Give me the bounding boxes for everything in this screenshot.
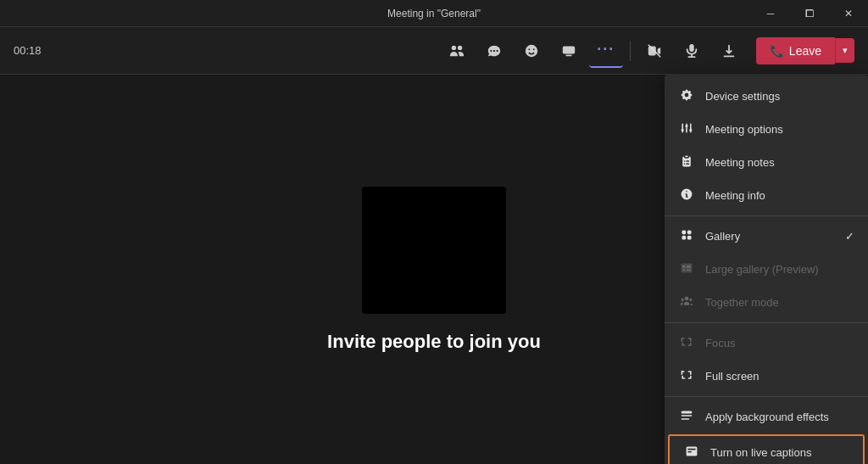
apply-bg-label: Apply background effects bbox=[705, 411, 854, 423]
separator-2 bbox=[665, 322, 868, 323]
separator-1 bbox=[665, 215, 868, 216]
reactions-icon bbox=[524, 43, 539, 59]
invite-text: Invite people to join you bbox=[327, 331, 541, 353]
focus-label: Focus bbox=[705, 337, 854, 349]
apply-bg-icon bbox=[678, 409, 695, 425]
meeting-options-icon bbox=[678, 121, 695, 137]
people-icon bbox=[449, 43, 465, 59]
focus-icon bbox=[678, 335, 695, 351]
live-captions-icon bbox=[683, 444, 700, 461]
video-placeholder bbox=[362, 187, 506, 314]
mic-icon bbox=[684, 43, 699, 59]
menu-item-meeting-info[interactable]: Meeting info bbox=[665, 179, 868, 212]
menu-item-meeting-notes[interactable]: Meeting notes bbox=[665, 146, 868, 179]
full-screen-icon bbox=[678, 368, 695, 384]
live-captions-label: Turn on live captions bbox=[710, 446, 849, 459]
device-settings-label: Device settings bbox=[705, 90, 854, 103]
main-content: Invite people to join you Device setting… bbox=[0, 75, 868, 464]
large-gallery-label: Large gallery (Preview) bbox=[705, 263, 854, 276]
maximize-button[interactable]: ⧠ bbox=[790, 0, 829, 27]
mic-button[interactable] bbox=[675, 34, 709, 68]
menu-item-gallery[interactable]: Gallery ✓ bbox=[665, 220, 868, 253]
toolbar: 00:18 ··· bbox=[0, 27, 868, 75]
menu-item-device-settings[interactable]: Device settings bbox=[665, 80, 868, 113]
leave-chevron-button[interactable]: ▾ bbox=[835, 38, 854, 63]
menu-item-meeting-options[interactable]: Meeting options bbox=[665, 113, 868, 146]
separator-3 bbox=[665, 396, 868, 397]
chat-icon bbox=[487, 43, 502, 59]
reactions-button[interactable] bbox=[515, 34, 548, 68]
leave-label: Leave bbox=[789, 44, 821, 58]
device-settings-icon bbox=[678, 88, 695, 104]
share-screen-button[interactable] bbox=[552, 34, 586, 68]
toolbar-divider bbox=[630, 41, 631, 61]
meeting-info-label: Meeting info bbox=[705, 189, 854, 202]
meeting-notes-label: Meeting notes bbox=[705, 156, 854, 169]
menu-item-large-gallery: Large gallery (Preview) bbox=[665, 253, 868, 286]
meeting-notes-icon bbox=[678, 154, 695, 171]
window-controls: ─ ⧠ ✕ bbox=[751, 0, 868, 27]
together-mode-label: Together mode bbox=[705, 296, 854, 309]
menu-item-full-screen[interactable]: Full screen bbox=[665, 360, 868, 393]
close-button[interactable]: ✕ bbox=[829, 0, 868, 27]
toolbar-icons: ··· 📞 Leave ▾ bbox=[440, 34, 854, 68]
more-options-button[interactable]: ··· bbox=[589, 34, 623, 68]
share-icon bbox=[721, 43, 737, 59]
people-button[interactable] bbox=[440, 34, 474, 68]
leave-phone-icon: 📞 bbox=[770, 44, 784, 58]
menu-item-together-mode: Together mode bbox=[665, 286, 868, 319]
camera-button[interactable] bbox=[637, 34, 671, 68]
together-mode-icon bbox=[678, 294, 695, 310]
full-screen-label: Full screen bbox=[705, 370, 854, 383]
minimize-button[interactable]: ─ bbox=[751, 0, 790, 27]
gallery-label: Gallery bbox=[705, 230, 835, 243]
meeting-options-label: Meeting options bbox=[705, 123, 854, 136]
large-gallery-icon bbox=[678, 261, 695, 277]
chat-button[interactable] bbox=[477, 34, 511, 68]
meeting-timer: 00:18 bbox=[14, 44, 42, 57]
leave-button[interactable]: 📞 Leave bbox=[756, 37, 835, 64]
meeting-info-icon bbox=[678, 187, 695, 204]
share-button[interactable] bbox=[712, 34, 746, 68]
share-screen-icon bbox=[561, 43, 576, 59]
gallery-icon bbox=[678, 228, 695, 244]
dropdown-menu: Device settings Meeting options Meeting … bbox=[665, 75, 868, 464]
title-bar: Meeting in "General" ─ ⧠ ✕ bbox=[0, 0, 868, 27]
menu-item-focus: Focus bbox=[665, 327, 868, 360]
menu-item-apply-bg[interactable]: Apply background effects bbox=[665, 400, 868, 433]
menu-item-live-captions[interactable]: Turn on live captions bbox=[668, 434, 865, 464]
leave-button-group: 📞 Leave ▾ bbox=[756, 37, 854, 64]
window-title: Meeting in "General" bbox=[387, 8, 481, 20]
gallery-checkmark: ✓ bbox=[845, 230, 854, 243]
more-options-icon: ··· bbox=[597, 41, 615, 59]
camera-icon bbox=[647, 43, 662, 59]
